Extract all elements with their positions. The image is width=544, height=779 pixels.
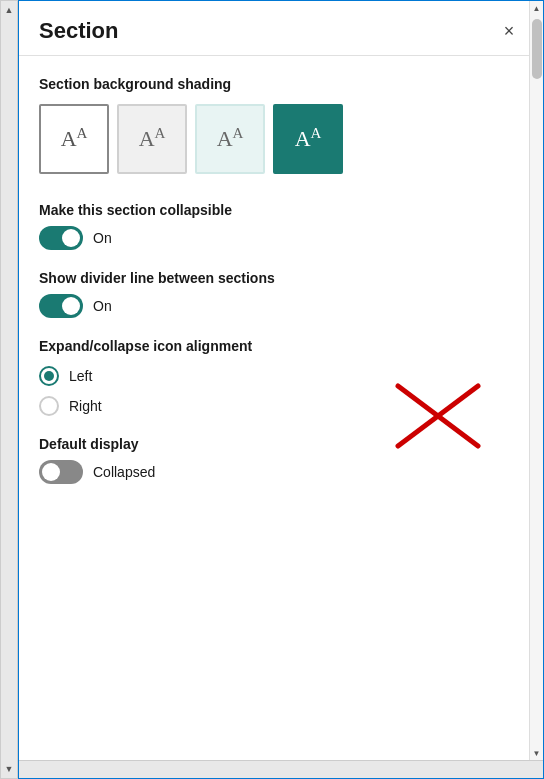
right-scrollbar[interactable]: ▲ ▼: [529, 1, 543, 760]
default-display-value: Collapsed: [93, 464, 155, 480]
collapsible-value: On: [93, 230, 112, 246]
radio-right-circle[interactable]: [39, 396, 59, 416]
default-display-toggle-row: Default display Collapsed: [39, 436, 523, 484]
right-scroll-up-arrow[interactable]: ▲: [530, 1, 543, 15]
default-display-label: Default display: [39, 436, 523, 452]
section-panel: Section × Section background shading AA …: [18, 0, 544, 779]
radio-left-label: Left: [69, 368, 92, 384]
radio-right-row: Right: [39, 396, 523, 426]
close-button[interactable]: ×: [495, 17, 523, 45]
shading-options: AA AA AA AA: [39, 104, 523, 174]
panel-header: Section ×: [19, 1, 543, 56]
radio-right-label: Right: [69, 398, 102, 414]
icon-alignment-section: Expand/collapse icon alignment Left Righ…: [39, 338, 523, 426]
collapsible-toggle-row: Make this section collapsible On: [39, 202, 523, 250]
collapsible-toggle[interactable]: [39, 226, 83, 250]
panel-content: Section background shading AA AA AA AA: [19, 56, 543, 760]
right-scroll-thumb[interactable]: [532, 19, 542, 79]
default-display-control: Collapsed: [39, 460, 523, 484]
right-scroll-down-arrow[interactable]: ▼: [530, 746, 543, 760]
shading-icon-lightgray: AA: [139, 125, 166, 152]
divider-toggle-row: Show divider line between sections On: [39, 270, 523, 318]
default-display-toggle[interactable]: [39, 460, 83, 484]
shading-label: Section background shading: [39, 76, 523, 92]
shading-option-white[interactable]: AA: [39, 104, 109, 174]
divider-label: Show divider line between sections: [39, 270, 523, 286]
shading-option-teal[interactable]: AA: [273, 104, 343, 174]
divider-toggle[interactable]: [39, 294, 83, 318]
panel-title: Section: [39, 18, 118, 44]
icon-alignment-label: Expand/collapse icon alignment: [39, 338, 523, 354]
shading-icon-white: AA: [61, 125, 88, 152]
divider-control: On: [39, 294, 523, 318]
shading-option-lightgray[interactable]: AA: [117, 104, 187, 174]
scroll-up-arrow[interactable]: ▲: [2, 3, 16, 17]
scroll-down-arrow[interactable]: ▼: [2, 762, 16, 776]
shading-option-lightteal[interactable]: AA: [195, 104, 265, 174]
shading-icon-teal: AA: [295, 125, 322, 152]
collapsible-label: Make this section collapsible: [39, 202, 523, 218]
left-scrollbar[interactable]: ▲ ▼: [0, 0, 18, 779]
radio-left[interactable]: Left: [39, 366, 523, 386]
collapsible-control: On: [39, 226, 523, 250]
bottom-scrollbar[interactable]: [19, 760, 543, 778]
divider-value: On: [93, 298, 112, 314]
shading-icon-lightteal: AA: [217, 125, 244, 152]
radio-left-circle[interactable]: [39, 366, 59, 386]
radio-right[interactable]: Right: [39, 396, 102, 416]
